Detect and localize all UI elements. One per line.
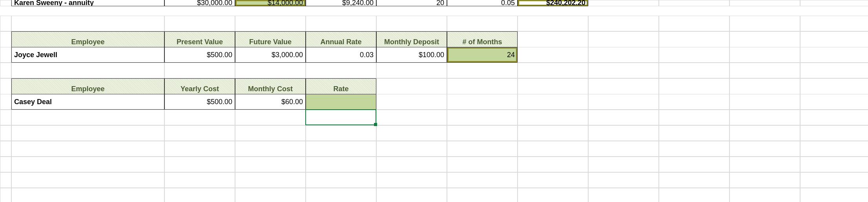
empty-cell[interactable] xyxy=(235,157,306,172)
table1-col2-highlight[interactable]: $14,000.00 xyxy=(235,0,306,6)
table1-col5[interactable]: 0.05 xyxy=(447,0,518,6)
empty-cell[interactable] xyxy=(447,141,518,157)
table1-employee[interactable]: Karen Sweeny - annuity xyxy=(11,0,164,6)
empty-cell[interactable] xyxy=(306,63,376,78)
empty-cell[interactable] xyxy=(659,63,729,78)
empty-cell[interactable] xyxy=(800,172,868,188)
empty-cell[interactable] xyxy=(11,16,164,31)
empty-cell[interactable] xyxy=(588,125,659,141)
empty-cell[interactable] xyxy=(235,141,306,157)
empty-cell[interactable] xyxy=(659,94,729,110)
empty-cell[interactable] xyxy=(376,188,447,202)
empty-cell[interactable] xyxy=(800,16,868,31)
empty-cell[interactable] xyxy=(518,125,588,141)
empty-cell[interactable] xyxy=(800,110,868,125)
empty-cell[interactable] xyxy=(235,172,306,188)
empty-cell[interactable] xyxy=(518,141,588,157)
empty-cell[interactable] xyxy=(800,188,868,202)
empty-cell[interactable] xyxy=(588,141,659,157)
empty-cell[interactable] xyxy=(659,157,729,172)
spreadsheet-viewport[interactable]: Karen Sweeny - annuity $30,000.00 $14,00… xyxy=(0,0,868,202)
empty-cell[interactable] xyxy=(164,141,235,157)
empty-cell[interactable] xyxy=(235,110,306,125)
empty-cell[interactable] xyxy=(588,0,659,6)
table3-employee[interactable]: Casey Deal xyxy=(11,94,164,110)
empty-cell[interactable] xyxy=(11,125,164,141)
empty-cell[interactable] xyxy=(447,157,518,172)
empty-cell[interactable] xyxy=(376,110,447,125)
empty-cell[interactable] xyxy=(729,0,800,6)
empty-cell[interactable] xyxy=(518,157,588,172)
empty-cell[interactable] xyxy=(376,16,447,31)
table1-col6-highlight[interactable]: $240,202.20 xyxy=(518,0,588,6)
table2-monthly-deposit[interactable]: $100.00 xyxy=(376,47,447,63)
empty-cell[interactable] xyxy=(729,188,800,202)
empty-cell[interactable] xyxy=(729,47,800,63)
empty-cell[interactable] xyxy=(164,16,235,31)
table1-col4[interactable]: 20 xyxy=(376,0,447,6)
empty-cell[interactable] xyxy=(11,110,164,125)
empty-cell[interactable] xyxy=(235,16,306,31)
table2-future-value[interactable]: $3,000.00 xyxy=(235,47,306,63)
empty-cell[interactable] xyxy=(306,141,376,157)
empty-cell[interactable] xyxy=(800,157,868,172)
empty-cell[interactable] xyxy=(164,172,235,188)
table2-annual-rate[interactable]: 0.03 xyxy=(306,47,376,63)
empty-cell[interactable] xyxy=(447,188,518,202)
empty-cell[interactable] xyxy=(588,63,659,78)
empty-cell[interactable] xyxy=(447,110,518,125)
table2-months-highlight[interactable]: 24 xyxy=(447,47,518,63)
empty-cell[interactable] xyxy=(729,157,800,172)
empty-cell[interactable] xyxy=(376,172,447,188)
empty-cell[interactable] xyxy=(447,94,518,110)
empty-cell[interactable] xyxy=(729,16,800,31)
empty-cell[interactable] xyxy=(518,110,588,125)
empty-cell[interactable] xyxy=(588,47,659,63)
empty-cell[interactable] xyxy=(11,63,164,78)
empty-cell[interactable] xyxy=(306,172,376,188)
empty-cell[interactable] xyxy=(447,16,518,31)
empty-cell[interactable] xyxy=(376,125,447,141)
empty-cell[interactable] xyxy=(306,125,376,141)
empty-cell[interactable] xyxy=(447,172,518,188)
empty-cell[interactable] xyxy=(659,110,729,125)
empty-cell[interactable] xyxy=(659,0,729,6)
empty-cell[interactable] xyxy=(306,16,376,31)
empty-cell[interactable] xyxy=(447,125,518,141)
empty-cell[interactable] xyxy=(518,16,588,31)
empty-cell[interactable] xyxy=(11,157,164,172)
empty-cell[interactable] xyxy=(800,141,868,157)
empty-cell[interactable] xyxy=(659,188,729,202)
empty-cell[interactable] xyxy=(518,94,588,110)
empty-cell[interactable] xyxy=(11,141,164,157)
empty-cell[interactable] xyxy=(659,47,729,63)
empty-cell[interactable] xyxy=(588,94,659,110)
table3-yearly-cost[interactable]: $500.00 xyxy=(164,94,235,110)
empty-cell[interactable] xyxy=(588,157,659,172)
empty-cell[interactable] xyxy=(11,172,164,188)
empty-cell[interactable] xyxy=(164,110,235,125)
empty-cell[interactable] xyxy=(729,63,800,78)
empty-cell[interactable] xyxy=(729,125,800,141)
empty-cell[interactable] xyxy=(729,94,800,110)
table2-present-value[interactable]: $500.00 xyxy=(164,47,235,63)
empty-cell[interactable] xyxy=(235,63,306,78)
empty-cell[interactable] xyxy=(800,125,868,141)
spreadsheet-grid[interactable]: Karen Sweeny - annuity $30,000.00 $14,00… xyxy=(0,0,868,202)
table3-monthly-cost[interactable]: $60.00 xyxy=(235,94,306,110)
empty-cell[interactable] xyxy=(659,172,729,188)
empty-cell[interactable] xyxy=(588,16,659,31)
empty-cell[interactable] xyxy=(800,47,868,63)
table3-rate-highlight[interactable] xyxy=(306,94,376,110)
empty-cell[interactable] xyxy=(164,188,235,202)
empty-cell[interactable] xyxy=(447,63,518,78)
empty-cell[interactable] xyxy=(659,16,729,31)
empty-cell[interactable] xyxy=(11,188,164,202)
empty-cell[interactable] xyxy=(235,125,306,141)
empty-cell[interactable] xyxy=(588,188,659,202)
empty-cell[interactable] xyxy=(729,141,800,157)
empty-cell[interactable] xyxy=(164,63,235,78)
empty-cell[interactable] xyxy=(800,94,868,110)
active-cell[interactable] xyxy=(306,110,376,125)
empty-cell[interactable] xyxy=(164,157,235,172)
